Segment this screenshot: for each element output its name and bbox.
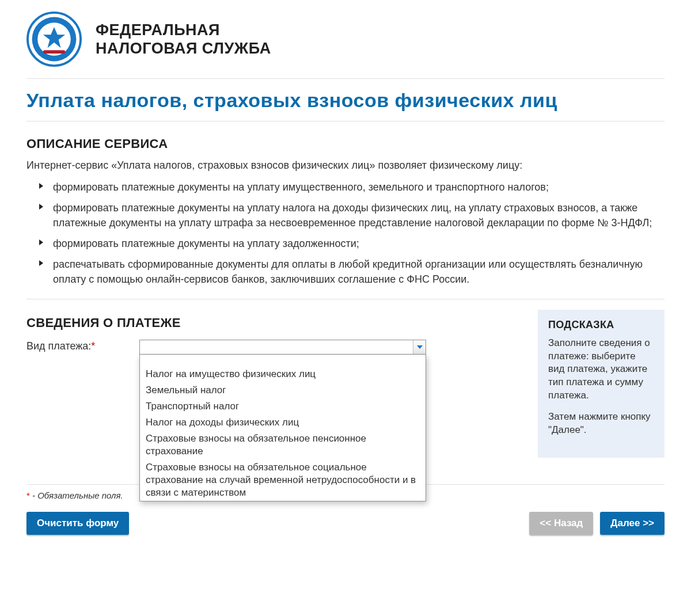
- dropdown-option[interactable]: Налог на доходы физических лиц: [140, 415, 426, 431]
- chevron-down-icon: [417, 345, 423, 349]
- description-intro: Интернет-сервис «Уплата налогов, страхов…: [26, 159, 665, 172]
- payment-type-dropdown: Налог на имущество физических лиц Земель…: [139, 355, 426, 502]
- org-title-line2: НАЛОГОВАЯ СЛУЖБА: [96, 39, 271, 58]
- payment-type-combobox[interactable]: [139, 340, 426, 355]
- payment-type-row: Вид платежа:* Налог на имущество физичес…: [26, 340, 521, 355]
- payment-heading: СВЕДЕНИЯ О ПЛАТЕЖЕ: [26, 315, 521, 330]
- required-mark: *: [91, 340, 95, 352]
- next-button[interactable]: Далее >>: [600, 512, 665, 535]
- dropdown-option[interactable]: Страховые взносы на обязательное социаль…: [140, 459, 426, 501]
- hint-text-2: Затем нажмите кнопку "Далее".: [548, 410, 654, 437]
- payment-type-label: Вид платежа:*: [26, 340, 134, 352]
- hint-title: ПОДСКАЗКА: [548, 319, 654, 331]
- button-bar: Очистить форму << Назад Далее >>: [26, 512, 665, 535]
- org-title-line1: ФЕДЕРАЛЬНАЯ: [96, 21, 271, 39]
- org-title: ФЕДЕРАЛЬНАЯ НАЛОГОВАЯ СЛУЖБА: [96, 21, 271, 58]
- hint-panel: ПОДСКАЗКА Заполните сведения о платеже: …: [538, 310, 665, 458]
- dropdown-toggle[interactable]: [413, 340, 426, 354]
- list-item: формировать платежные документы на уплат…: [44, 200, 665, 230]
- page-header: ФЕДЕРАЛЬНАЯ НАЛОГОВАЯ СЛУЖБА: [26, 12, 665, 79]
- fns-logo: [26, 12, 82, 67]
- list-item: формировать платежные документы на уплат…: [44, 180, 665, 195]
- payment-type-input[interactable]: [140, 340, 413, 354]
- description-heading: ОПИСАНИЕ СЕРВИСА: [26, 136, 665, 151]
- svg-rect-3: [43, 50, 65, 54]
- dropdown-option[interactable]: Страховые взносы на обязательное пенсион…: [140, 431, 426, 459]
- dropdown-option[interactable]: Налог на имущество физических лиц: [140, 366, 426, 382]
- dropdown-option[interactable]: Транспортный налог: [140, 398, 426, 415]
- hint-text-1: Заполните сведения о платеже: выберите в…: [548, 337, 654, 403]
- back-button[interactable]: << Назад: [529, 512, 593, 535]
- page-title: Уплата налогов, страховых взносов физиче…: [26, 79, 665, 121]
- list-item: распечатывать сформированные документы д…: [44, 257, 665, 287]
- list-item: формировать платежные документы на уплат…: [44, 236, 665, 251]
- description-list: формировать платежные документы на уплат…: [26, 180, 665, 287]
- clear-form-button[interactable]: Очистить форму: [26, 512, 129, 535]
- dropdown-option[interactable]: Земельный налог: [140, 382, 426, 398]
